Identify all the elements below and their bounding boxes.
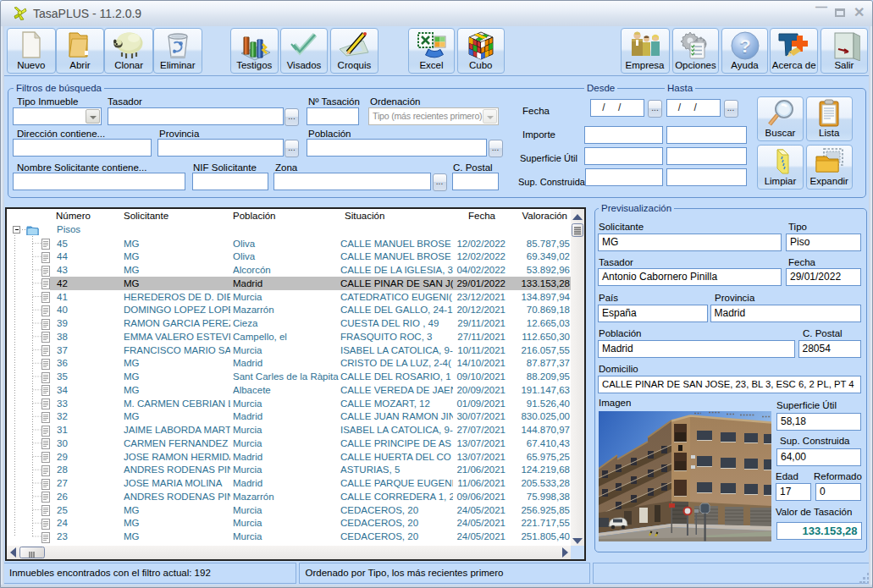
svg-text:?: ?: [739, 36, 750, 57]
